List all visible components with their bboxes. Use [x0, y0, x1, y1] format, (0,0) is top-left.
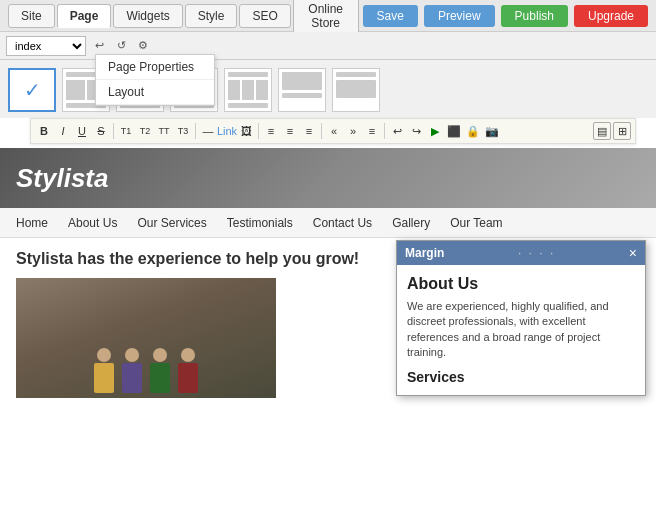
tab-style[interactable]: Style: [185, 4, 238, 28]
rte-image-button[interactable]: 🖼: [237, 122, 255, 140]
person-2: [122, 348, 142, 393]
rte-bg-button[interactable]: ⬛: [445, 122, 463, 140]
rte-bold-button[interactable]: B: [35, 122, 53, 140]
site-header: Stylista: [0, 148, 656, 208]
rte-tt-button[interactable]: TT: [155, 122, 173, 140]
people-illustration: [84, 348, 208, 398]
top-bar: Site Page Widgets Style SEO Online Store…: [0, 0, 656, 32]
person-4-head: [181, 348, 195, 362]
publish-button[interactable]: Publish: [501, 5, 568, 27]
hero-image: [16, 278, 276, 398]
nav-bar: Home About Us Our Services Testimonials …: [0, 208, 656, 238]
upgrade-button[interactable]: Upgrade: [574, 5, 648, 27]
rte-italic-button[interactable]: I: [54, 122, 72, 140]
rte-strikethrough-button[interactable]: S: [92, 122, 110, 140]
rte-hr-button[interactable]: —: [199, 122, 217, 140]
rte-view-single-button[interactable]: ▤: [593, 122, 611, 140]
refresh-icon[interactable]: ↺: [112, 37, 130, 55]
layout-thumb-1[interactable]: ✓: [8, 68, 56, 112]
rte-indent-button[interactable]: ≡: [300, 122, 318, 140]
tab-seo[interactable]: SEO: [239, 4, 290, 28]
person-1-head: [97, 348, 111, 362]
undo-icon[interactable]: ↩: [90, 37, 108, 55]
hero-image-inner: [16, 278, 276, 398]
margin-panel-title: Margin: [405, 246, 444, 260]
rte-align-center-button[interactable]: »: [344, 122, 362, 140]
tab-site[interactable]: Site: [8, 4, 55, 28]
rte-separator-5: [384, 123, 385, 139]
tab-widgets[interactable]: Widgets: [113, 4, 182, 28]
nav-our-team[interactable]: Our Team: [450, 216, 502, 230]
nav-home[interactable]: Home: [16, 216, 48, 230]
rte-photo-button[interactable]: 📷: [483, 122, 501, 140]
margin-panel-body: About Us We are experienced, highly qual…: [397, 265, 645, 395]
action-buttons: Save Preview Publish Upgrade: [363, 5, 648, 27]
tab-page[interactable]: Page: [57, 4, 112, 28]
rte-h1-button[interactable]: T1: [117, 122, 135, 140]
tab-group: Site Page Widgets Style SEO Online Store: [8, 0, 359, 35]
rte-h2-button[interactable]: T2: [136, 122, 154, 140]
rte-h3-button[interactable]: T3: [174, 122, 192, 140]
save-button[interactable]: Save: [363, 5, 418, 27]
rte-separator-2: [195, 123, 196, 139]
tab-online-store[interactable]: Online Store: [293, 0, 359, 35]
page-select[interactable]: index: [6, 36, 86, 56]
rte-special-2-button[interactable]: ↪: [407, 122, 425, 140]
nav-our-services[interactable]: Our Services: [137, 216, 206, 230]
rte-align-right-button[interactable]: ≡: [363, 122, 381, 140]
rte-underline-button[interactable]: U: [73, 122, 91, 140]
rte-special-1-button[interactable]: ↩: [388, 122, 406, 140]
person-3-head: [153, 348, 167, 362]
preview-button[interactable]: Preview: [424, 5, 495, 27]
nav-testimonials[interactable]: Testimonials: [227, 216, 293, 230]
margin-panel-header[interactable]: Margin · · · · ×: [397, 241, 645, 265]
rte-align-left-button[interactable]: «: [325, 122, 343, 140]
rte-lock-button[interactable]: 🔒: [464, 122, 482, 140]
person-4-body: [178, 363, 198, 393]
person-3-body: [150, 363, 170, 393]
margin-panel: Margin · · · · × About Us We are experie…: [396, 240, 646, 396]
margin-panel-about-text: We are experienced, highly qualified, an…: [407, 299, 635, 361]
layout-thumb-6[interactable]: [278, 68, 326, 112]
nav-gallery[interactable]: Gallery: [392, 216, 430, 230]
settings-icon[interactable]: ⚙: [134, 37, 152, 55]
rte-view-grid-button[interactable]: ⊞: [613, 122, 631, 140]
margin-panel-services-title: Services: [407, 369, 635, 385]
layout-thumb-7[interactable]: [332, 68, 380, 112]
second-bar: index ↩ ↺ ⚙ Page Properties Layout: [0, 32, 656, 60]
person-2-body: [122, 363, 142, 393]
rte-ol-button[interactable]: ≡: [281, 122, 299, 140]
rte-view-btns: ▤ ⊞: [593, 122, 631, 140]
rte-toolbar: B I U S T1 T2 TT T3 — Link 🖼 ≡ ≡ ≡ « » ≡…: [30, 118, 636, 144]
page-dropdown-menu: Page Properties Layout: [95, 54, 215, 106]
rte-separator-1: [113, 123, 114, 139]
page-properties-item[interactable]: Page Properties: [96, 55, 214, 80]
rte-separator-3: [258, 123, 259, 139]
rte-color-button[interactable]: ▶: [426, 122, 444, 140]
rte-separator-4: [321, 123, 322, 139]
nav-contact-us[interactable]: Contact Us: [313, 216, 372, 230]
margin-panel-close-button[interactable]: ×: [629, 245, 637, 261]
nav-about-us[interactable]: About Us: [68, 216, 117, 230]
person-1: [94, 348, 114, 393]
rte-ul-button[interactable]: ≡: [262, 122, 280, 140]
selected-check-icon: ✓: [24, 78, 41, 102]
layout-item[interactable]: Layout: [96, 80, 214, 105]
layout-thumb-5[interactable]: [224, 68, 272, 112]
person-2-head: [125, 348, 139, 362]
margin-panel-about-title: About Us: [407, 275, 635, 293]
margin-panel-drag-icon: · · · ·: [518, 246, 555, 260]
rte-link-button[interactable]: Link: [218, 122, 236, 140]
person-3: [150, 348, 170, 393]
person-1-body: [94, 363, 114, 393]
person-4: [178, 348, 198, 393]
site-logo: Stylista: [16, 163, 109, 194]
